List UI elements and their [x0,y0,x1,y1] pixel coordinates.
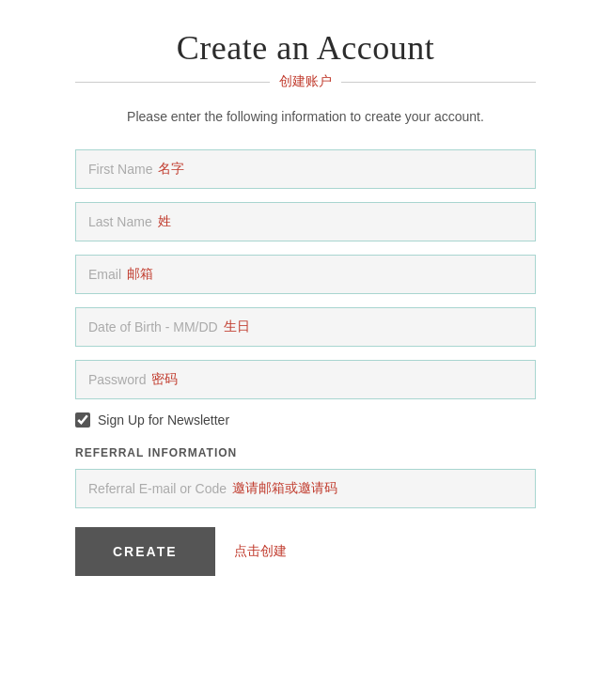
newsletter-checkbox[interactable] [75,412,90,428]
last-name-input[interactable] [75,202,536,241]
password-wrapper: Password 密码 [75,360,536,399]
page-title: Create an Account [75,28,536,68]
referral-section-title: REFERRAL INFORMATION [75,446,536,459]
last-name-group: Last Name 姓 [75,202,536,241]
newsletter-row: Sign Up for Newsletter [75,412,536,428]
newsletter-label[interactable]: Sign Up for Newsletter [98,412,229,428]
first-name-input[interactable] [75,149,536,189]
last-name-wrapper: Last Name 姓 [75,202,536,241]
password-input[interactable] [75,360,536,399]
page-container: Create an Account 创建账户 Please enter the … [0,0,611,700]
first-name-wrapper: First Name 名字 [75,149,536,189]
first-name-group: First Name 名字 [75,149,536,189]
divider-left [75,82,270,83]
email-group: Email 邮箱 [75,255,536,294]
dob-wrapper: Date of Birth - MM/DD 生日 [75,307,536,347]
create-row: CREATE 点击创建 [75,527,536,576]
divider-right [341,82,536,83]
email-wrapper: Email 邮箱 [75,255,536,294]
referral-wrapper: Referral E-mail or Code 邀请邮箱或邀请码 [75,469,536,508]
password-group: Password 密码 [75,360,536,399]
form-description: Please enter the following information t… [75,107,536,127]
referral-section: REFERRAL INFORMATION Referral E-mail or … [75,446,536,508]
referral-group: Referral E-mail or Code 邀请邮箱或邀请码 [75,469,536,508]
create-zh-label: 点击创建 [234,543,287,560]
subtitle-divider: 创建账户 [75,73,536,90]
email-input[interactable] [75,255,536,294]
dob-group: Date of Birth - MM/DD 生日 [75,307,536,347]
create-button[interactable]: CREATE [75,527,215,576]
referral-input[interactable] [75,469,536,508]
subtitle-zh: 创建账户 [270,73,341,90]
dob-input[interactable] [75,307,536,347]
